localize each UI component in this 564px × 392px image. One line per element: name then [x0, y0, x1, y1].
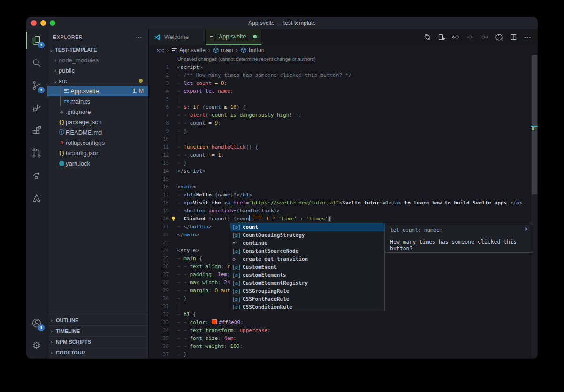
section-outline[interactable]: ›OUTLINE [47, 315, 148, 325]
activity-search[interactable] [26, 52, 47, 74]
suggest-item-continue[interactable]: ≡·continue [230, 239, 384, 247]
file-row-tsconfig-json[interactable]: {}tsconfig.json [47, 148, 148, 158]
code-line-1[interactable]: 1<script> [149, 63, 538, 71]
line-number[interactable]: 4 [149, 87, 169, 95]
suggest-item-customevent[interactable]: [ø]CustomEvent [230, 263, 384, 271]
suggest-item-cssconditionrule[interactable]: [ø]CSSConditionRule [230, 303, 384, 311]
line-number[interactable]: 7 [149, 111, 169, 119]
section-npm-scripts[interactable]: ›NPM SCRIPTS [47, 336, 148, 347]
suggest-item-countqueuingstrategy[interactable]: [ø]CountQueuingStrategy [230, 231, 384, 239]
code-line-34[interactable]: 34→ → text-transform: uppercase; [149, 326, 538, 334]
code-line-4[interactable]: 4→ export let name; [149, 87, 538, 95]
scrollbar-thumb[interactable] [532, 55, 537, 194]
suggest-item-customelementregistry[interactable]: [ø]CustomElementRegistry [230, 279, 384, 287]
line-number[interactable]: 13 [149, 159, 169, 167]
file-row-public[interactable]: ›public [47, 65, 148, 75]
line-number[interactable]: 10 [149, 135, 169, 143]
code-line-7[interactable]: 7→ → alert(`count is dangerously high!`)… [149, 111, 538, 119]
suggest-item-cssfontfacerule[interactable]: [ø]CSSFontFaceRule [230, 295, 384, 303]
code-line-10[interactable]: 10 [149, 135, 538, 143]
code-line-15[interactable]: 15 [149, 175, 538, 183]
code-line-12[interactable]: 12→ → count += 1; [149, 151, 538, 159]
line-number[interactable]: 5 [149, 95, 169, 103]
tab-app-svelte[interactable]: App.svelte [206, 29, 262, 45]
code-editor[interactable]: Unsaved changes (cannot determine recent… [149, 55, 538, 359]
close-icon[interactable]: ✕ [525, 226, 528, 232]
settings-button[interactable]: ⚙ [26, 334, 47, 357]
line-number[interactable]: 17 [149, 191, 169, 199]
code-line-9[interactable]: 9→ } [149, 127, 538, 135]
line-number[interactable]: 26 [149, 263, 169, 271]
tab-welcome[interactable]: Welcome [149, 29, 206, 45]
line-number[interactable]: 15 [149, 175, 169, 183]
modified-dot-icon[interactable] [253, 35, 257, 38]
file-row-node-modules[interactable]: ›node_modules [47, 55, 148, 65]
section-timeline[interactable]: ›TIMELINE [47, 325, 148, 336]
activity-live-share[interactable] [26, 164, 47, 187]
activity-source-control[interactable]: 1 [26, 74, 47, 97]
code-line-33[interactable]: 33→ → color: #ff3e00; [149, 318, 538, 326]
codelens-annotation[interactable]: Unsaved changes (cannot determine recent… [149, 55, 538, 63]
line-number[interactable]: 27 [149, 271, 169, 279]
file-row-yarn-lock[interactable]: yarn.lock [47, 158, 148, 168]
line-number[interactable]: 2 [149, 71, 169, 79]
file-row-app-svelte[interactable]: App.svelte1, M [47, 86, 148, 96]
suggest-item-cssgroupingrule[interactable]: [ø]CSSGroupingRule [230, 287, 384, 295]
line-number[interactable]: 19 [149, 207, 169, 215]
code-line-20[interactable]: 20→ Clicked {count} {coun 1 ? 'time' : '… [149, 215, 538, 223]
accounts-button[interactable]: 1 [26, 312, 47, 334]
file-row-readme-md[interactable]: ⓘREADME.md [47, 127, 148, 137]
line-number[interactable]: 6 [149, 103, 169, 111]
title-bar[interactable]: App.svelte — test-template [26, 17, 538, 29]
previous-change-icon[interactable] [452, 33, 460, 41]
line-number[interactable]: 23 [149, 239, 169, 247]
file-row-rollup-config-js[interactable]: Rrollup.config.js [47, 137, 148, 148]
line-number[interactable]: 1 [149, 63, 169, 71]
code-line-16[interactable]: 16<main> [149, 183, 538, 191]
activity-run-debug[interactable] [26, 97, 47, 119]
breadcrumb-item-main[interactable]: main [213, 47, 233, 53]
activity-extensions[interactable] [26, 119, 47, 142]
line-number[interactable]: 34 [149, 326, 169, 334]
code-line-36[interactable]: 36→ → font-weight: 100; [149, 342, 538, 350]
line-number[interactable]: 16 [149, 183, 169, 191]
line-number[interactable]: 18 [149, 199, 169, 207]
line-number[interactable]: 36 [149, 342, 169, 350]
editor-scrollbar[interactable] [531, 55, 538, 359]
line-number[interactable]: 37 [149, 350, 169, 358]
code-line-37[interactable]: 37→ } [149, 350, 538, 358]
line-number[interactable]: 9 [149, 127, 169, 135]
line-number[interactable]: 32 [149, 310, 169, 318]
line-number[interactable]: 29 [149, 286, 169, 294]
split-editor-icon[interactable] [510, 33, 517, 41]
line-number[interactable]: 22 [149, 231, 169, 239]
file-row-package-json[interactable]: {}package.json [47, 117, 148, 127]
line-number[interactable]: 28 [149, 279, 169, 286]
open-changes-icon[interactable] [438, 33, 445, 41]
code-line-2[interactable]: 2→ /** How many times has someone clicke… [149, 71, 538, 79]
code-line-18[interactable]: 18→ <p>Visit the <a href="https://svelte… [149, 199, 538, 207]
line-number[interactable]: 8 [149, 119, 169, 127]
suggest-item-constantsourcenode[interactable]: [ø]ConstantSourceNode [230, 247, 384, 255]
suggest-item-count[interactable]: [ø]count [230, 223, 384, 231]
more-actions-icon[interactable]: ⋯ [524, 33, 531, 42]
code-line-5[interactable]: 5 [149, 95, 538, 103]
line-number[interactable]: 31 [149, 302, 169, 310]
code-line-19[interactable]: 19→ <button on:click={handleClick}> [149, 207, 538, 215]
color-swatch[interactable] [212, 319, 217, 324]
file-history-icon[interactable] [495, 33, 503, 41]
suggest-item-customelements[interactable]: [ø]customElements [230, 271, 384, 279]
suggest-item-create_out_transition[interactable]: ◇create_out_transition [230, 255, 384, 263]
line-number[interactable]: 33 [149, 318, 169, 326]
line-number[interactable]: 25 [149, 255, 169, 263]
activity-explorer[interactable]: 1 [26, 29, 47, 52]
line-number[interactable]: 35 [149, 334, 169, 342]
code-line-13[interactable]: 13→ } [149, 159, 538, 167]
explorer-more-actions[interactable]: ⋯ [136, 33, 143, 41]
activity-azure[interactable] [26, 187, 47, 209]
line-number[interactable]: 12 [149, 151, 169, 159]
breadcrumb-item-button[interactable]: button [241, 47, 264, 53]
code-line-6[interactable]: 6→ $: if (count ≥ 10) { [149, 103, 538, 111]
code-line-14[interactable]: 14</script> [149, 167, 538, 175]
code-line-11[interactable]: 11→ function handleClick() { [149, 143, 538, 151]
